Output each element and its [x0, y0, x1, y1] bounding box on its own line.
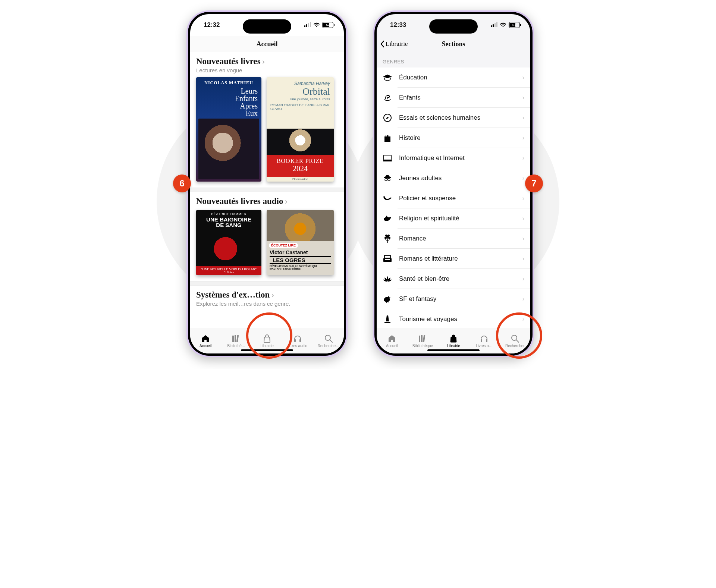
svg-rect-4	[299, 339, 301, 342]
spy-icon	[383, 173, 392, 183]
svg-point-18	[387, 235, 390, 237]
genre-cell[interactable]: Policier et suspense›	[377, 188, 530, 208]
cover-art	[198, 119, 259, 179]
chevron-right-icon: ›	[522, 255, 524, 262]
rocking-horse-icon	[383, 93, 392, 103]
headphones-icon	[480, 334, 489, 343]
chevron-right-icon: ›	[522, 74, 524, 81]
svg-rect-24	[423, 335, 425, 342]
genre-cell[interactable]: Éducation›	[377, 67, 530, 88]
chevron-left-icon	[380, 40, 385, 48]
flower-icon	[383, 234, 392, 243]
svg-point-5	[325, 335, 330, 340]
genre-cell[interactable]: Santé et bien-être›	[377, 269, 530, 289]
genre-cell[interactable]: SF et fantasy›	[377, 289, 530, 309]
genre-label: Enfants	[399, 94, 516, 101]
book-cover[interactable]: Samantha Harvey Orbital Une journée, sei…	[267, 77, 334, 182]
genre-cell[interactable]: Romance›	[377, 229, 530, 249]
status-time: 12:32	[204, 21, 220, 29]
status-time: 12:33	[390, 21, 406, 29]
section-header-new-audiobooks[interactable]: Nouveautés livres audio ›	[196, 196, 338, 206]
genre-cell[interactable]: Romans et littérature›	[377, 249, 530, 269]
audiobook-cover[interactable]: BÉATRICE HAMMER UNE BAIGNOIRE DE SANG "U…	[196, 210, 261, 275]
section-header-systems[interactable]: Systèmes d'ex…tion ›	[196, 290, 338, 300]
audiobook-cover[interactable]: ÉCOUTEZ LIRE Victor Castanet LES OGRES R…	[267, 210, 334, 275]
svg-point-12	[388, 179, 390, 181]
section-header-new-books[interactable]: Nouveautés livres ›	[196, 57, 338, 66]
genre-label: SF et fantasy	[399, 295, 516, 303]
chevron-right-icon: ›	[522, 94, 524, 101]
genre-label: Romance	[399, 235, 516, 242]
chevron-right-icon: ›	[522, 296, 524, 302]
genre-cell[interactable]: Religion et spiritualité›	[377, 208, 530, 229]
chevron-right-icon: ›	[522, 175, 524, 182]
svg-rect-26	[486, 339, 487, 342]
stage: 6 7 12:32 57 Accueil	[134, 0, 582, 369]
chevron-right-icon: ›	[262, 57, 265, 66]
step-badge-6: 6	[173, 174, 191, 192]
page-title: Sections	[442, 40, 465, 48]
signal-icon	[304, 23, 311, 27]
books-icon	[232, 334, 241, 343]
nav-header: Librairie Sections	[377, 36, 530, 53]
genre-list: Éducation›Enfants›Essais et sciences hum…	[377, 67, 530, 328]
genre-cell[interactable]: Jeunes adultes›	[377, 168, 530, 188]
content-area[interactable]: Nouveautés livres › Lectures en vogue NI…	[190, 52, 344, 328]
phone-left: 12:32 57 Accueil Nouveautés livres ›	[186, 10, 348, 357]
chevron-right-icon: ›	[522, 215, 524, 222]
genre-label: Policier et suspense	[399, 195, 516, 202]
wifi-icon	[500, 22, 506, 28]
bag-icon	[449, 334, 458, 343]
genre-cell[interactable]: Enfants›	[377, 88, 530, 108]
svg-rect-8	[384, 155, 391, 160]
svg-rect-20	[383, 258, 392, 262]
svg-rect-9	[383, 160, 392, 161]
chevron-right-icon: ›	[522, 195, 524, 202]
tab-rechercher[interactable]: Recherche…	[313, 328, 344, 353]
chevron-right-icon: ›	[522, 135, 524, 141]
group-header-genres: GENRES	[377, 52, 530, 67]
books-icon	[418, 334, 428, 343]
monument-icon	[383, 314, 392, 324]
chevron-right-icon: ›	[522, 155, 524, 161]
section-divider	[190, 188, 344, 192]
home-indicator[interactable]	[427, 349, 480, 351]
svg-rect-1	[235, 335, 236, 342]
svg-line-6	[330, 340, 332, 342]
graduation-icon	[383, 73, 392, 82]
chevron-right-icon: ›	[522, 235, 524, 242]
back-button[interactable]: Librairie	[380, 36, 408, 52]
dynamic-island	[429, 19, 478, 34]
genre-label: Romans et littérature	[399, 255, 516, 262]
cover-art	[267, 210, 334, 241]
content-area[interactable]: GENRES Éducation›Enfants›Essais et scien…	[377, 52, 530, 328]
computer-icon	[383, 153, 392, 163]
dragon-icon	[383, 294, 392, 304]
genre-cell[interactable]: Informatique et Internet›	[377, 148, 530, 168]
highlight-ring	[496, 312, 542, 359]
svg-rect-25	[481, 339, 482, 342]
genre-label: Jeunes adultes	[399, 174, 516, 182]
svg-rect-2	[236, 335, 238, 342]
signal-icon	[491, 23, 497, 27]
chevron-right-icon: ›	[285, 196, 288, 206]
tab-accueil[interactable]: Accueil	[190, 328, 221, 353]
book-row[interactable]: NICOLAS MATHIEU Leurs Enfants Apres Eux …	[190, 77, 344, 188]
tab-accueil[interactable]: Accueil	[377, 328, 407, 353]
magnifier-icon	[324, 334, 333, 343]
chevron-right-icon: ›	[271, 290, 274, 300]
page-title: Accueil	[257, 40, 278, 48]
genre-label: Informatique et Internet	[399, 154, 516, 162]
genre-label: Religion et spiritualité	[399, 215, 516, 222]
book-cover[interactable]: NICOLAS MATHIEU Leurs Enfants Apres Eux	[196, 77, 261, 182]
audiobook-row[interactable]: BÉATRICE HAMMER UNE BAIGNOIRE DE SANG "U…	[190, 206, 344, 281]
genre-cell[interactable]: Essais et sciences humaines›	[377, 108, 530, 128]
cover-art	[196, 228, 261, 266]
svg-point-15	[384, 237, 387, 239]
nav-header: Accueil	[190, 36, 344, 53]
genre-cell[interactable]: Histoire›	[377, 128, 530, 148]
svg-point-17	[385, 235, 387, 237]
svg-rect-0	[232, 336, 234, 342]
house-icon	[201, 334, 210, 343]
battery-icon: 57	[509, 22, 520, 28]
